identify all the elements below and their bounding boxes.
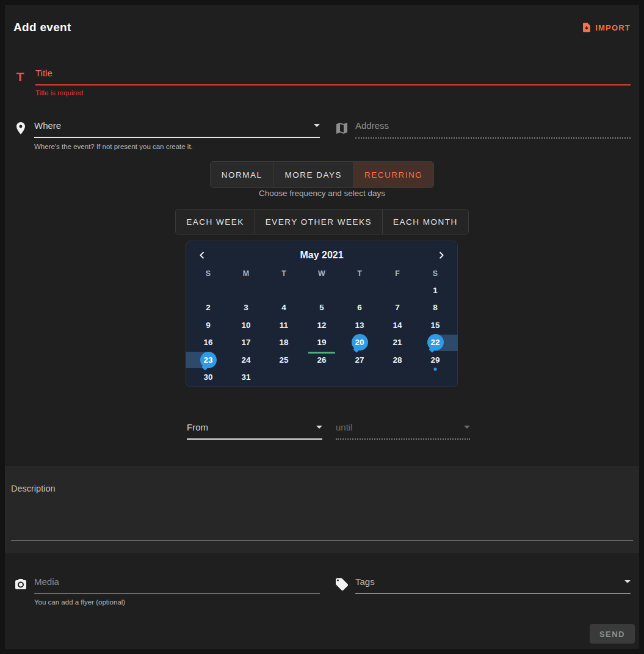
location-pin-icon xyxy=(13,121,28,136)
map-icon xyxy=(335,121,349,136)
calendar-day-3[interactable]: 3 xyxy=(227,299,265,317)
calendar-day-number: 28 xyxy=(393,355,402,365)
calendar-day-number: 4 xyxy=(281,303,286,312)
calendar-day-11[interactable]: 11 xyxy=(265,316,303,334)
calendar-day-number: 25 xyxy=(279,355,288,365)
calendar-day-number: 2 xyxy=(206,303,211,312)
frequency-tabs: EACH WEEKEVERY OTHER WEEKSEACH MONTH xyxy=(175,209,469,234)
calendar-day-7[interactable]: 7 xyxy=(378,299,416,317)
address-input[interactable] xyxy=(355,120,631,131)
title-error-text: Title is required xyxy=(35,89,631,96)
add-event-dialog: Add event IMPORT T Title is required Whe… xyxy=(5,5,639,649)
calendar-day-4[interactable]: 4 xyxy=(265,299,303,317)
where-field: Where Where's the event? If not present … xyxy=(13,120,320,139)
calendar-day-31[interactable]: 31 xyxy=(227,369,265,387)
calendar-day-2[interactable]: 2 xyxy=(189,299,227,317)
calendar-next-button[interactable] xyxy=(435,249,448,262)
calendar-day-21[interactable]: 21 xyxy=(378,334,416,352)
calendar-grid: 1234567891011121314151617181920212223242… xyxy=(189,282,454,386)
camera-icon xyxy=(13,577,28,592)
frequency-tab-every-other-weeks[interactable]: EVERY OTHER WEEKS xyxy=(255,209,383,234)
calendar-day-10[interactable]: 10 xyxy=(227,316,265,334)
calendar-weekday-header: S xyxy=(416,266,454,282)
calendar-weekday-header: M xyxy=(227,266,265,282)
calendar-day-22[interactable]: 22 xyxy=(416,334,454,352)
calendar-week-row: 9101112131415 xyxy=(189,316,454,334)
calendar-day-9[interactable]: 9 xyxy=(189,316,227,334)
calendar-day-empty xyxy=(303,282,341,299)
calendar-weekday-row: SMTWTFS xyxy=(189,266,454,282)
calendar-day-number: 19 xyxy=(317,338,326,347)
calendar-prev-button[interactable] xyxy=(195,249,209,262)
calendar-day-26[interactable]: 26 xyxy=(303,351,341,369)
calendar-weekday-header: F xyxy=(378,266,416,282)
media-helper-text: You can add a flyer (optional) xyxy=(34,598,125,606)
calendar-weekday-header: T xyxy=(341,266,378,282)
event-type-tabs: NORMALMORE DAYSRECURRING xyxy=(210,161,435,188)
calendar-day-number: 17 xyxy=(241,338,250,347)
calendar-day-empty xyxy=(378,282,416,299)
calendar-day-number: 21 xyxy=(393,338,402,347)
tags-select[interactable]: Tags xyxy=(355,576,631,594)
calendar-day-number: 10 xyxy=(241,321,250,330)
media-field: You can add a flyer (optional) xyxy=(13,576,320,594)
calendar-day-number: 1 xyxy=(433,286,438,295)
calendar-day-15[interactable]: 15 xyxy=(416,316,454,334)
send-button[interactable]: SEND xyxy=(590,624,635,644)
calendar-day-27[interactable]: 27 xyxy=(341,351,378,369)
calendar-day-30[interactable]: 30 xyxy=(189,369,227,387)
calendar-day-number: 14 xyxy=(393,321,402,330)
calendar-week-row: 2345678 xyxy=(189,299,454,317)
calendar-day-19[interactable]: 19 xyxy=(303,334,341,352)
tab-recurring[interactable]: RECURRING xyxy=(353,162,433,187)
chevron-down-icon xyxy=(316,426,322,429)
calendar-day-28[interactable]: 28 xyxy=(378,351,416,369)
chevron-down-icon xyxy=(314,124,320,127)
calendar-day-24[interactable]: 24 xyxy=(227,351,265,369)
dialog-header: Add event IMPORT xyxy=(13,18,631,37)
calendar-day-18[interactable]: 18 xyxy=(265,334,303,352)
tab-more-days[interactable]: MORE DAYS xyxy=(273,162,353,187)
calendar-day-20[interactable]: 20 xyxy=(341,334,378,352)
calendar-weekday-header: S xyxy=(189,266,227,282)
title-input[interactable] xyxy=(35,68,631,78)
calendar-day-1[interactable]: 1 xyxy=(416,282,454,299)
chevron-down-icon xyxy=(624,580,631,583)
where-select[interactable]: Where xyxy=(34,120,320,138)
calendar-day-17[interactable]: 17 xyxy=(227,334,265,352)
calendar-weekday-header: T xyxy=(265,266,303,282)
calendar-day-16[interactable]: 16 xyxy=(189,334,227,352)
calendar-day-13[interactable]: 13 xyxy=(341,316,378,334)
calendar-day-12[interactable]: 12 xyxy=(303,316,341,334)
from-select-value: From xyxy=(187,422,208,432)
description-textarea[interactable] xyxy=(11,496,633,540)
frequency-tab-each-week[interactable]: EACH WEEK xyxy=(176,209,255,234)
calendar-day-number: 22 xyxy=(427,334,444,351)
import-button[interactable]: IMPORT xyxy=(581,22,631,33)
calendar-day-number: 12 xyxy=(317,321,326,330)
calendar-day-25[interactable]: 25 xyxy=(265,351,303,369)
tab-normal[interactable]: NORMAL xyxy=(211,162,274,187)
calendar-day-empty xyxy=(265,369,303,387)
calendar-day-14[interactable]: 14 xyxy=(378,316,416,334)
media-input[interactable] xyxy=(34,576,320,587)
calendar-day-number: 27 xyxy=(355,355,364,365)
calendar-day-29[interactable]: 29 xyxy=(416,351,454,369)
until-select[interactable]: until xyxy=(336,422,470,440)
calendar-day-number: 13 xyxy=(355,321,364,330)
calendar-day-number: 15 xyxy=(430,321,440,330)
calendar-week-row: 16171819202122 xyxy=(189,334,454,352)
calendar-day-6[interactable]: 6 xyxy=(341,299,378,317)
calendar-day-empty xyxy=(341,369,378,387)
calendar-month-title: May 2021 xyxy=(300,250,343,261)
frequency-tab-each-month[interactable]: EACH MONTH xyxy=(383,209,468,234)
from-select[interactable]: From xyxy=(187,422,322,440)
media-tags-row: You can add a flyer (optional) Tags xyxy=(13,576,631,594)
calendar-day-number: 23 xyxy=(200,352,217,368)
tags-select-value: Tags xyxy=(355,576,375,587)
calendar-day-5[interactable]: 5 xyxy=(303,299,341,317)
page-title: Add event xyxy=(13,21,71,34)
calendar-day-8[interactable]: 8 xyxy=(416,299,454,317)
calendar-day-23[interactable]: 23 xyxy=(189,351,227,369)
title-field: T Title is required xyxy=(13,68,631,96)
